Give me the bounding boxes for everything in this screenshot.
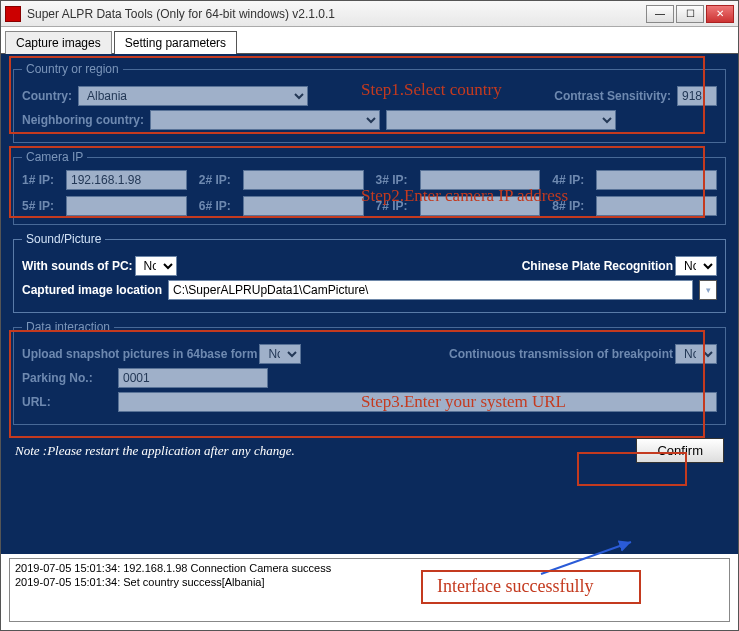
country-region-group: Country or region Country: Albania Contr… [13,62,726,143]
ip6-label: 6# IP: [199,199,239,213]
tab-bar: Capture images Setting parameters [1,27,738,54]
ip2-label: 2# IP: [199,173,239,187]
ip5-input[interactable] [66,196,187,216]
tab-capture-images[interactable]: Capture images [5,31,112,54]
country-label: Country: [22,89,72,103]
continuous-label: Continuous transmission of breakpoint [449,347,673,361]
close-button[interactable]: ✕ [706,5,734,23]
note-row: Note :Please restart the application aft… [13,432,726,465]
log-line: 2019-07-05 15:01:34: Set country success… [15,576,724,590]
sounds-select[interactable]: No [135,256,177,276]
sound-picture-group: Sound/Picture With sounds of PC: No Chin… [13,232,726,313]
country-select[interactable]: Albania [78,86,308,106]
window-controls: — ☐ ✕ [646,5,734,23]
ip7-input[interactable] [420,196,541,216]
chinese-select[interactable]: No [675,256,717,276]
ip8-label: 8# IP: [552,199,592,213]
parking-input[interactable] [118,368,268,388]
data-interaction-group: Data interaction Upload snapshot picture… [13,320,726,425]
tab-setting-parameters[interactable]: Setting parameters [114,31,237,54]
note-text: Note :Please restart the application aft… [15,443,295,459]
ip6-input[interactable] [243,196,364,216]
url-input[interactable] [118,392,717,412]
confirm-button[interactable]: Confirm [636,438,724,463]
upload-select[interactable]: No [259,344,301,364]
country-region-legend: Country or region [22,62,123,76]
log-panel[interactable]: 2019-07-05 15:01:34: 192.168.1.98 Connec… [9,558,730,622]
neighbor-select-1[interactable] [150,110,380,130]
sensitivity-input[interactable] [677,86,717,106]
chinese-label: Chinese Plate Recognition [522,259,673,273]
location-input[interactable] [168,280,693,300]
parking-label: Parking No.: [22,371,112,385]
ip3-label: 3# IP: [376,173,416,187]
location-label: Captured image location [22,283,162,297]
content-area: Country or region Country: Albania Contr… [1,54,738,554]
ip4-input[interactable] [596,170,717,190]
ip1-input[interactable] [66,170,187,190]
ip8-input[interactable] [596,196,717,216]
sounds-label: With sounds of PC: [22,259,133,273]
window-title: Super ALPR Data Tools (Only for 64-bit w… [27,7,646,21]
neighbor-label: Neighboring country: [22,113,144,127]
sensitivity-label: Contrast Sensitivity: [554,89,671,103]
app-icon [5,6,21,22]
sound-picture-legend: Sound/Picture [22,232,105,246]
app-window: Super ALPR Data Tools (Only for 64-bit w… [0,0,739,631]
data-interaction-legend: Data interaction [22,320,114,334]
camera-ip-group: Camera IP 1# IP: 2# IP: 3# IP: 4# IP: 5#… [13,150,726,225]
camera-ip-legend: Camera IP [22,150,87,164]
location-browse-button[interactable]: ▾ [699,280,717,300]
ip4-label: 4# IP: [552,173,592,187]
upload-label: Upload snapshot pictures in 64base form [22,347,257,361]
continuous-select[interactable]: No [675,344,717,364]
log-line: 2019-07-05 15:01:34: 192.168.1.98 Connec… [15,562,724,576]
maximize-button[interactable]: ☐ [676,5,704,23]
titlebar: Super ALPR Data Tools (Only for 64-bit w… [1,1,738,27]
ip1-label: 1# IP: [22,173,62,187]
ip3-input[interactable] [420,170,541,190]
minimize-button[interactable]: — [646,5,674,23]
ip5-label: 5# IP: [22,199,62,213]
neighbor-select-2[interactable] [386,110,616,130]
ip7-label: 7# IP: [376,199,416,213]
url-label: URL: [22,395,112,409]
ip2-input[interactable] [243,170,364,190]
